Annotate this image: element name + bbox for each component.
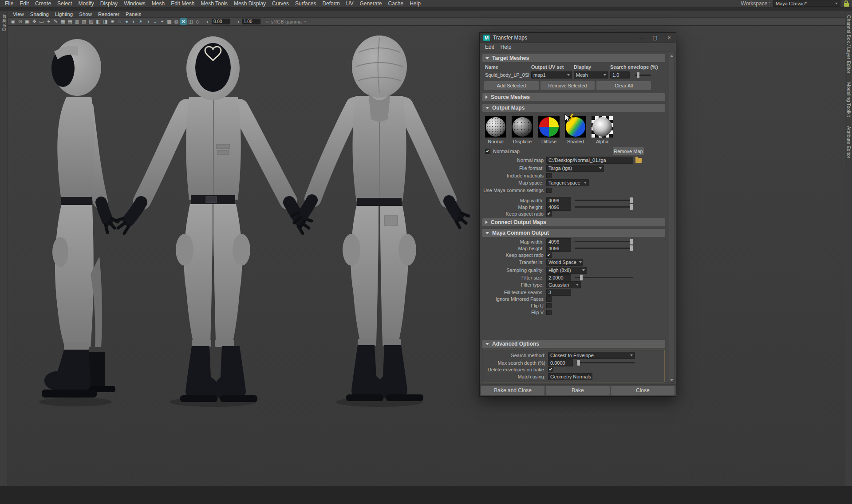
grid-icon[interactable]: ▦ [59,18,66,25]
envelope-slider[interactable] [635,75,651,76]
menubar-item[interactable]: Surfaces [292,0,319,7]
menubar-item[interactable]: File [2,0,16,7]
depth-of-field-icon[interactable]: ◍ [173,18,180,25]
view-transform-dropdown[interactable]: ○ sRGB gamma [266,19,307,24]
common-map-width-slider[interactable] [575,241,633,242]
flip-v-checkbox[interactable] [546,310,552,315]
lighting-icon[interactable]: ☀ [138,18,144,25]
common-map-height-slider[interactable] [575,248,633,249]
menubar-item[interactable]: Edit [16,0,32,7]
panel-menu-item[interactable]: Panels [122,11,144,18]
bake-and-close-button[interactable]: Bake and Close [481,386,544,395]
right-panel-tab[interactable]: Channel Box / Layer Editor [846,15,852,73]
bookmark-icon[interactable]: ❖ [31,18,38,25]
section-maya-common-output[interactable]: Maya Common Output [482,229,665,237]
lock-workspace-icon[interactable] [843,0,849,7]
dialog-titlebar[interactable]: M Transfer Maps –▢× [480,33,676,43]
select-camera-icon[interactable]: ◉ [10,18,16,25]
menubar-item[interactable]: Mesh [149,0,168,7]
menubar-item[interactable]: Create [32,0,54,7]
gamma-input[interactable]: 1.00 [242,19,260,24]
menubar-item[interactable]: Mesh Tools [198,0,231,7]
map-type-alpha[interactable]: Alpha [592,116,613,144]
common-keep-aspect-checkbox[interactable] [546,252,552,258]
pan-zoom-icon[interactable]: + [45,18,52,25]
map-type-displace[interactable]: Displace [512,116,533,144]
envelope-input[interactable]: 1.0 [610,71,630,79]
section-advanced-options[interactable]: Advanced Options [482,340,665,348]
section-target-meshes[interactable]: Target Meshes [482,54,665,62]
common-map-width-input[interactable]: 4096 [546,238,571,245]
file-format-dropdown[interactable]: Targa (tga) [546,165,604,172]
output-map-height-input[interactable]: 4096 [546,204,571,211]
safe-title-icon[interactable]: ◨ [102,18,109,25]
grease-pencil-icon[interactable]: ✎ [52,18,59,25]
mesh-name[interactable]: Squid_body_LP_0Shap [485,72,529,78]
lock-camera-icon[interactable]: ⊙ [17,18,24,25]
plugin-shapes-icon[interactable]: ◇ [194,18,201,25]
section-source-meshes[interactable]: Source Meshes [482,93,665,101]
close-button[interactable]: × [666,35,672,41]
xray-icon[interactable]: ⊠ [180,18,187,25]
panel-menu-item[interactable]: Lighting [52,11,76,18]
filter-size-slider[interactable] [575,277,633,278]
maximize-button[interactable]: ▢ [652,35,658,41]
multisample-icon[interactable]: ▩ [166,18,173,25]
menubar-item[interactable]: Mesh Display [231,0,269,7]
output-keep-aspect-checkbox[interactable] [546,211,552,217]
shaded-display-icon[interactable]: ● [123,18,130,25]
include-materials-checkbox[interactable] [546,173,552,178]
textured-display-icon[interactable]: ◐ [130,18,137,25]
outliner-tab[interactable]: Outliner [1,14,7,32]
film-gate-icon[interactable]: ▤ [67,18,73,25]
menubar-item[interactable]: Cache [385,0,406,7]
uv-set-dropdown[interactable]: map1 [531,71,572,79]
bake-button[interactable]: Bake [546,386,609,395]
right-panel-tab[interactable]: Modeling Toolkit [846,82,852,117]
menubar-item[interactable]: Windows [121,0,149,7]
remove-map-button[interactable]: Remove Map [613,147,644,155]
menubar-item[interactable]: Select [54,0,75,7]
frame-all-icon[interactable]: ⊞ [109,18,116,25]
transfer-in-dropdown[interactable]: World Space [546,259,583,266]
add-selected-button[interactable]: Add Selected [484,81,539,90]
panel-menu-item[interactable]: Shading [27,11,52,18]
max-search-depth-input[interactable]: 0.0000 [548,359,573,366]
resolution-gate-icon[interactable]: ▥ [74,18,80,25]
shadows-icon[interactable]: ◑ [145,18,151,25]
remove-selected-button[interactable]: Remove Selected [540,81,595,90]
scroll-down-icon[interactable] [670,378,674,382]
match-using-dropdown[interactable]: Geometry Normals [548,373,592,380]
field-chart-icon[interactable]: ▨ [88,18,95,25]
search-method-dropdown[interactable]: Closest to Envelope [548,352,635,359]
menubar-item[interactable]: Display [97,0,121,7]
map-type-diffuse[interactable]: Diffuse [538,116,560,144]
max-search-depth-slider[interactable] [576,362,635,363]
ignore-mirrored-checkbox[interactable] [546,296,552,302]
gamma-icon[interactable]: ◑ [235,19,241,24]
menubar-item[interactable]: Help [406,0,424,7]
exposure-icon[interactable]: ◐ [205,19,211,24]
browse-folder-icon[interactable] [635,158,642,163]
output-map-width-slider[interactable] [575,200,633,201]
wireframe-icon[interactable]: ◌ [116,18,123,25]
sampling-quality-dropdown[interactable]: High (8x8) [546,267,587,274]
ambient-occlusion-icon[interactable]: ◒ [152,18,158,25]
camera-attributes-icon[interactable]: ▣ [24,18,31,25]
section-output-maps[interactable]: Output Maps [482,104,665,112]
gate-mask-icon[interactable]: ▧ [81,18,87,25]
map-space-dropdown[interactable]: Tangent space [546,179,589,186]
panel-menu-item[interactable]: Show [76,11,95,18]
panel-menu-item[interactable]: Renderer [95,11,122,18]
output-map-height-slider[interactable] [575,206,633,208]
isolate-select-icon[interactable]: ◫ [187,18,194,25]
dialog-menu-item[interactable]: Help [498,43,514,51]
image-plane-icon[interactable]: ▭ [38,18,45,25]
common-map-height-input[interactable]: 4096 [546,245,571,252]
normal-map-checkbox[interactable] [485,149,490,154]
safe-action-icon[interactable]: ◧ [95,18,102,25]
motion-blur-icon[interactable]: ◓ [159,18,166,25]
menubar-item[interactable]: Curves [269,0,292,7]
menubar-item[interactable]: Deform [319,0,343,7]
menubar-item[interactable]: Edit Mesh [168,0,197,7]
